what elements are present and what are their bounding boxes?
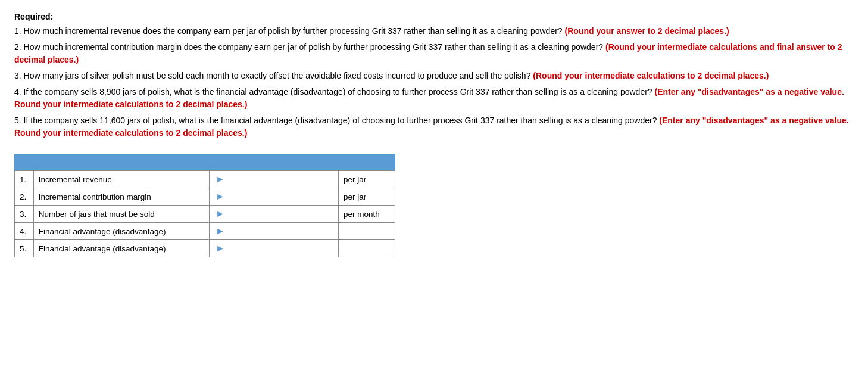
table-row: 5. Financial advantage (disadvantage) ►	[15, 240, 395, 257]
table-row: 4. Financial advantage (disadvantage) ►	[15, 223, 395, 240]
q2-num: 2.	[14, 42, 21, 52]
required-label: Required:	[14, 12, 854, 21]
row-2-input-cell[interactable]: ►	[209, 188, 338, 206]
table-row: 3. Number of jars that must be sold ► pe…	[15, 206, 395, 223]
row-5-label: Financial advantage (disadvantage)	[33, 240, 209, 257]
table-row: 2. Incremental contribution margin ► per…	[15, 188, 395, 206]
arrow-icon-4: ►	[214, 226, 226, 236]
row-1-label: Incremental revenue	[33, 171, 209, 188]
table-header-bar	[14, 154, 395, 170]
answer-table-wrapper: 1. Incremental revenue ► per jar 2. Incr…	[14, 154, 395, 257]
row-2-num: 2.	[15, 188, 34, 206]
arrow-icon-5: ►	[214, 243, 226, 254]
row-2-label: Incremental contribution margin	[33, 188, 209, 206]
q5-text: If the company sells 11,600 jars of poli…	[24, 116, 660, 125]
question-4: 4. If the company sells 8,900 jars of po…	[14, 86, 854, 111]
row-1-input-cell[interactable]: ►	[209, 171, 338, 188]
row-5-input-cell[interactable]: ►	[209, 240, 338, 257]
q4-text: If the company sells 8,900 jars of polis…	[24, 87, 655, 96]
row-5-unit	[339, 240, 395, 257]
question-2: 2. How much incremental contribution mar…	[14, 41, 854, 66]
row-3-num: 3.	[15, 206, 34, 223]
question-5: 5. If the company sells 11,600 jars of p…	[14, 114, 854, 139]
required-section: Required: 1. How much incremental revenu…	[14, 12, 854, 139]
q2-text: How much incremental contribution margin…	[24, 42, 605, 52]
answer-table: 1. Incremental revenue ► per jar 2. Incr…	[14, 170, 395, 257]
arrow-icon-1: ►	[214, 174, 226, 185]
arrow-icon-3: ►	[214, 208, 226, 219]
q5-num: 5.	[14, 116, 21, 125]
row-3-label: Number of jars that must be sold	[33, 206, 209, 223]
row-1-num: 1.	[15, 171, 34, 188]
row-2-unit: per jar	[339, 188, 395, 206]
row-2-input[interactable]	[226, 192, 333, 201]
q3-text: How many jars of silver polish must be s…	[24, 71, 533, 80]
q3-num: 3.	[14, 71, 21, 80]
row-4-unit	[339, 223, 395, 240]
q1-highlight: (Round your answer to 2 decimal places.)	[565, 26, 729, 36]
q1-num: 1.	[14, 26, 21, 36]
row-5-input[interactable]	[226, 244, 333, 253]
arrow-icon-2: ►	[214, 191, 226, 202]
row-1-input[interactable]	[226, 175, 333, 184]
q1-text: 1. How much incremental revenue does the…	[14, 26, 565, 36]
table-row: 1. Incremental revenue ► per jar	[15, 171, 395, 188]
q3-highlight: (Round your intermediate calculations to…	[533, 71, 769, 80]
row-4-input[interactable]	[226, 227, 333, 236]
row-4-num: 4.	[15, 223, 34, 240]
q4-num: 4.	[14, 87, 21, 96]
question-1: 1. How much incremental revenue does the…	[14, 25, 854, 38]
row-1-unit: per jar	[339, 171, 395, 188]
row-5-num: 5.	[15, 240, 34, 257]
row-4-input-cell[interactable]: ►	[209, 223, 338, 240]
row-3-input[interactable]	[226, 210, 333, 219]
row-3-unit: per month	[339, 206, 395, 223]
question-3: 3. How many jars of silver polish must b…	[14, 70, 854, 82]
row-4-label: Financial advantage (disadvantage)	[33, 223, 209, 240]
row-3-input-cell[interactable]: ►	[209, 206, 338, 223]
